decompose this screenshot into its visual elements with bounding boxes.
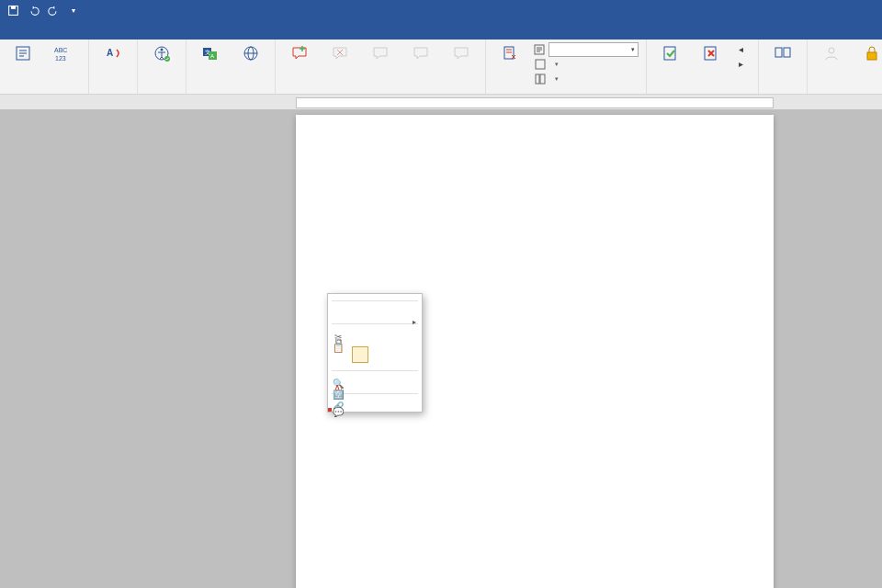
translate-button[interactable]: 文A	[192, 42, 229, 65]
svg-rect-17	[536, 60, 545, 69]
block-authors-button	[813, 42, 850, 65]
display-for-review-combo[interactable]: ▾	[532, 42, 640, 56]
language-icon	[241, 43, 261, 63]
paste-option-keep-source[interactable]	[328, 344, 422, 368]
next-comment-icon	[411, 43, 431, 63]
group-comments	[276, 40, 486, 94]
svg-text:A: A	[107, 48, 113, 58]
svg-text:ABC: ABC	[54, 47, 67, 53]
ruler-area	[0, 95, 882, 109]
show-comments-icon	[451, 43, 471, 63]
read-aloud-icon: A	[103, 43, 123, 63]
menu-separator	[332, 323, 418, 324]
restrict-editing-button[interactable]	[854, 42, 882, 65]
svg-rect-19	[540, 74, 545, 84]
reviewing-pane-icon	[534, 73, 546, 85]
translate-item[interactable]: 🈳	[328, 385, 422, 390]
ribbon-tabs	[0, 20, 882, 40]
previous-comment-button	[362, 42, 399, 65]
accessibility-icon	[152, 43, 172, 63]
restrict-editing-icon	[862, 43, 882, 63]
reject-button[interactable]	[693, 42, 729, 65]
group-proofing: ABC123	[0, 40, 89, 94]
svg-rect-22	[775, 48, 782, 57]
titlebar: ▾	[0, 0, 882, 20]
add-to-autocorrect-item[interactable]: ▸	[328, 315, 422, 321]
group-language: 文A	[187, 40, 276, 94]
svg-rect-25	[867, 52, 876, 60]
word-count-button[interactable]: ABC123	[46, 42, 83, 65]
previous-change-button[interactable]: ◂	[733, 42, 752, 56]
accept-button[interactable]	[652, 42, 689, 65]
svg-text:123: 123	[55, 55, 66, 62]
menu-separator	[332, 370, 418, 371]
next-comment-button	[402, 42, 439, 65]
track-changes-button[interactable]	[492, 42, 528, 65]
qat-customize-icon[interactable]: ▾	[66, 3, 81, 17]
group-accessibility	[138, 40, 187, 94]
group-compare	[759, 40, 808, 94]
undo-icon[interactable]	[26, 3, 40, 17]
page-area: ▸ ✂ ⧉ 📋 🔍 A) 🈳 🔗 💬	[0, 109, 882, 588]
delete-comment-icon	[330, 43, 350, 63]
menu-separator	[332, 393, 418, 394]
svg-rect-23	[784, 48, 790, 57]
thesaurus-button[interactable]	[6, 42, 42, 65]
language-button[interactable]	[232, 42, 269, 65]
read-aloud-button[interactable]: A	[95, 42, 131, 65]
reviewing-pane-button[interactable]: ▾	[532, 72, 640, 85]
svg-text:A: A	[210, 53, 214, 59]
svg-point-7	[161, 49, 164, 51]
show-markup-button[interactable]: ▾	[532, 57, 640, 71]
next-change-button[interactable]: ▸	[733, 57, 752, 71]
new-comment-item[interactable]: 💬	[328, 402, 422, 408]
save-icon[interactable]	[6, 3, 20, 17]
translate-icon: 文A	[200, 43, 220, 63]
block-authors-icon	[821, 43, 842, 63]
markup-icon	[534, 43, 545, 55]
menu-separator	[332, 300, 418, 301]
group-changes: ◂ ▸	[647, 40, 759, 94]
new-comment-button[interactable]	[281, 42, 318, 65]
thesaurus-icon	[14, 43, 34, 63]
show-markup-icon	[534, 58, 546, 70]
accept-icon	[661, 43, 681, 63]
new-comment-menu-icon: 💬	[332, 405, 345, 418]
new-comment-icon	[289, 43, 310, 63]
delete-comment-button	[322, 42, 358, 65]
ribbon: ABC123 A 文A	[0, 40, 882, 95]
redo-icon[interactable]	[46, 3, 61, 17]
spelling-context-menu: ▸ ✂ ⧉ 📋 🔍 A) 🈳 🔗 💬	[327, 293, 423, 413]
reject-icon	[701, 43, 721, 63]
horizontal-ruler[interactable]	[296, 97, 774, 108]
word-count-icon: ABC123	[54, 43, 74, 63]
track-changes-icon	[500, 43, 520, 63]
svg-rect-18	[536, 74, 539, 84]
svg-rect-1	[11, 6, 16, 8]
group-protect	[808, 40, 882, 94]
compare-icon	[773, 43, 793, 63]
svg-point-24	[829, 48, 834, 53]
compare-button[interactable]	[764, 42, 801, 65]
show-comments-button	[443, 42, 480, 65]
group-speech: A	[89, 40, 138, 94]
check-accessibility-button[interactable]	[143, 42, 180, 65]
svg-rect-20	[664, 47, 675, 60]
group-tracking: ▾ ▾ ▾	[486, 40, 647, 94]
next-change-icon: ▸	[735, 58, 747, 70]
prev-change-icon: ◂	[735, 43, 747, 55]
prev-comment-icon	[370, 43, 390, 63]
